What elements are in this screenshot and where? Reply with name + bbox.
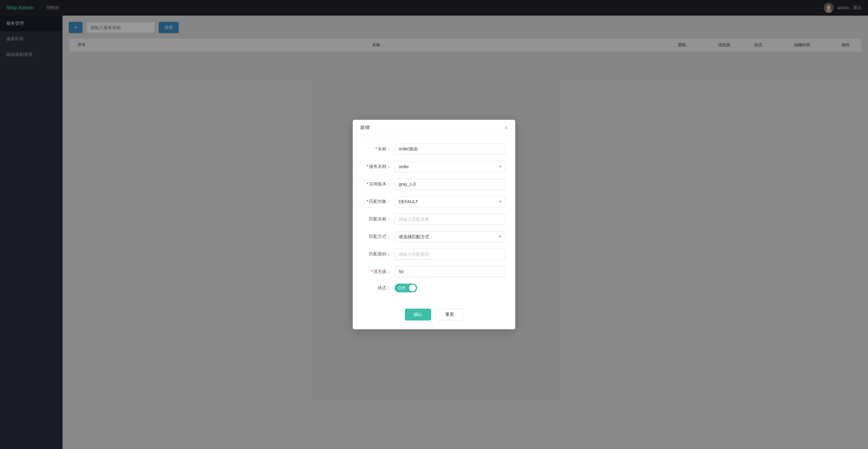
modal-footer: 确认 重置 [353, 306, 515, 329]
priority-input[interactable] [395, 266, 505, 277]
instance-version-input[interactable] [395, 179, 505, 190]
modal-dialog: 新增 × *名称： *服务名称： order ▼ [353, 120, 515, 329]
confirm-button[interactable]: 确认 [405, 309, 431, 321]
form-row-match-name: 匹配名称： [363, 214, 505, 225]
match-name-label: 匹配名称： [363, 216, 391, 222]
priority-label: *优先级： [363, 269, 391, 274]
match-target-label: *匹配对象： [363, 199, 391, 205]
status-label: 状态： [363, 285, 391, 291]
modal-title: 新增 [360, 125, 370, 131]
modal-body: *名称： *服务名称： order ▼ *实例版本： [353, 136, 515, 306]
match-method-select-wrap: 请选择匹配方式 ▼ [395, 231, 505, 242]
form-row-service-name: *服务名称： order ▼ [363, 161, 505, 172]
name-input[interactable] [395, 144, 505, 155]
form-row-match-method: 匹配方式： 请选择匹配方式 ▼ [363, 231, 505, 242]
match-rule-input[interactable] [395, 248, 505, 260]
service-name-select[interactable]: order [395, 161, 505, 172]
service-name-label: *服务名称： [363, 164, 391, 170]
form-row-match-target: *匹配对象： DEFAULT ▼ [363, 196, 505, 207]
form-row-priority: *优先级： [363, 266, 505, 277]
form-row-match-rule: 匹配规则： [363, 248, 505, 260]
modal-header: 新增 × [353, 120, 515, 136]
match-target-select-wrap: DEFAULT ▼ [395, 196, 505, 207]
status-toggle[interactable]: 启用 [395, 283, 417, 292]
match-rule-label: 匹配规则： [363, 251, 391, 257]
match-target-select[interactable]: DEFAULT [395, 196, 505, 207]
reset-button[interactable]: 重置 [436, 309, 463, 321]
instance-version-label: *实例版本： [363, 181, 391, 187]
service-name-select-wrap: order ▼ [395, 161, 505, 172]
form-row-status: 状态： 启用 [363, 283, 505, 292]
name-label: *名称： [363, 146, 391, 152]
match-method-label: 匹配方式： [363, 234, 391, 240]
modal-close-button[interactable]: × [504, 125, 508, 131]
match-name-input[interactable] [395, 214, 505, 225]
match-method-select[interactable]: 请选择匹配方式 [395, 231, 505, 242]
modal-overlay[interactable]: 新增 × *名称： *服务名称： order ▼ [0, 0, 868, 449]
form-row-name: *名称： [363, 144, 505, 155]
form-row-instance-version: *实例版本： [363, 179, 505, 190]
toggle-knob [409, 285, 416, 292]
